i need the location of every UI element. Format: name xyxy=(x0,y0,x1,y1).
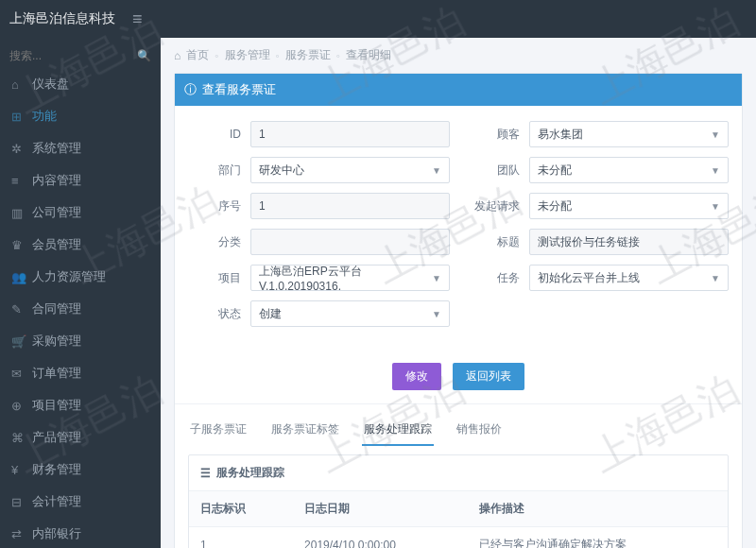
sidebar-item-label: 项目管理 xyxy=(32,397,81,414)
sidebar-item[interactable]: ⇄内部银行 xyxy=(0,518,161,548)
sidebar-item[interactable]: ♛会员管理 xyxy=(0,229,161,261)
select-dept[interactable]: 研发中心▼ xyxy=(250,157,450,183)
main-content: ⌂ 首页 ◦ 服务管理 ◦ 服务票证 ◦ 查看明细 ⓘ 查看服务票证 ID 1 xyxy=(161,38,756,548)
sidebar-item[interactable]: 🛒采购管理 xyxy=(0,325,161,357)
search-icon[interactable]: 🔍 xyxy=(137,49,151,62)
field-id: 1 xyxy=(250,121,450,147)
sidebar-item[interactable]: ✎合同管理 xyxy=(0,293,161,325)
tracking-header: ☰ 服务处理跟踪 xyxy=(189,455,728,491)
nav-icon: 🛒 xyxy=(11,334,25,349)
label-state: 状态 xyxy=(188,306,241,322)
nav-icon: ✲ xyxy=(11,142,25,156)
sidebar-item[interactable]: ≡内容管理 xyxy=(0,164,161,197)
chevron-down-icon: ▼ xyxy=(432,273,441,283)
sidebar-item[interactable]: ⌘产品管理 xyxy=(0,421,161,454)
sidebar-item[interactable]: ¥财务管理 xyxy=(0,454,161,486)
sidebar-item-label: 系统管理 xyxy=(32,140,81,157)
tab-tags[interactable]: 服务票证标签 xyxy=(269,414,341,445)
nav-icon: ⌂ xyxy=(11,77,25,92)
sidebar-item[interactable]: ⊞功能 xyxy=(0,100,161,132)
label-id: ID xyxy=(188,128,241,141)
sidebar-item-label: 内部银行 xyxy=(32,525,81,542)
edit-button[interactable]: 修改 xyxy=(392,363,441,390)
nav-icon: ♛ xyxy=(11,238,25,252)
nav-icon: ¥ xyxy=(11,463,25,477)
tracking-title: 服务处理跟踪 xyxy=(216,465,284,481)
sidebar-item[interactable]: ▥公司管理 xyxy=(0,197,161,229)
hamburger-icon[interactable]: ≡ xyxy=(132,9,143,29)
nav-icon: ✉ xyxy=(11,367,25,381)
sidebar: 🔍 ⌂仪表盘⊞功能✲系统管理≡内容管理▥公司管理♛会员管理👥人力资源管理✎合同管… xyxy=(0,38,161,548)
crumb-0[interactable]: 首页 xyxy=(186,47,209,63)
button-bar: 修改 返回列表 xyxy=(175,355,742,403)
chevron-down-icon: ▼ xyxy=(711,273,720,283)
breadcrumb: ⌂ 首页 ◦ 服务管理 ◦ 服务票证 ◦ 查看明细 xyxy=(161,38,756,73)
label-task: 任务 xyxy=(467,270,520,286)
nav-icon: ✎ xyxy=(11,302,25,317)
view-ticket-panel: ⓘ 查看服务票证 ID 1 顾客 易水集团▼ 部门 xyxy=(174,73,743,548)
search-input[interactable] xyxy=(9,49,123,62)
th-logid: 日志标识 xyxy=(189,491,293,527)
chevron-down-icon: ▼ xyxy=(711,129,720,140)
select-team[interactable]: 未分配▼ xyxy=(529,157,729,183)
sidebar-item[interactable]: ⊟会计管理 xyxy=(0,486,161,518)
label-request: 发起请求 xyxy=(467,198,520,214)
sidebar-item-label: 功能 xyxy=(32,108,57,125)
label-customer: 顾客 xyxy=(467,127,520,143)
sidebar-item[interactable]: ⌂仪表盘 xyxy=(0,68,161,100)
panel-title: 查看服务票证 xyxy=(202,81,276,98)
sidebar-item-label: 订单管理 xyxy=(32,365,81,382)
label-project: 项目 xyxy=(188,270,241,286)
nav-icon: ▥ xyxy=(11,206,25,220)
nav-icon: ≡ xyxy=(11,174,25,188)
table-row[interactable]: 1 2019/4/10 0:00:00 已经与客户沟通确定解决方案 xyxy=(189,527,728,549)
sidebar-item[interactable]: ✉订单管理 xyxy=(0,357,161,389)
sidebar-item[interactable]: ⊕项目管理 xyxy=(0,389,161,421)
sidebar-item[interactable]: ✲系统管理 xyxy=(0,132,161,164)
tab-quote[interactable]: 销售报价 xyxy=(455,414,504,445)
cell-desc: 已经与客户沟通确定解决方案 xyxy=(468,527,728,549)
field-seq: 1 xyxy=(250,193,450,219)
crumb-1[interactable]: 服务管理 xyxy=(225,47,270,63)
select-customer[interactable]: 易水集团▼ xyxy=(529,121,729,147)
chevron-down-icon: ▼ xyxy=(432,165,441,176)
crumb-sep: ◦ xyxy=(336,49,340,62)
nav-icon: ⇄ xyxy=(11,527,25,541)
select-request[interactable]: 未分配▼ xyxy=(529,193,729,219)
nav-icon: ⌘ xyxy=(11,431,25,445)
sidebar-item-label: 产品管理 xyxy=(32,429,81,446)
crumb-sep: ◦ xyxy=(215,49,218,62)
chevron-down-icon: ▼ xyxy=(711,201,720,212)
cell-logdate: 2019/4/10 0:00:00 xyxy=(293,527,468,549)
cell-logid: 1 xyxy=(189,527,293,549)
select-project[interactable]: 上海邑泊ERP云平台 V.1.0.20190316.▼ xyxy=(250,265,450,291)
select-task[interactable]: 初始化云平台并上线▼ xyxy=(529,265,729,291)
sidebar-item-label: 公司管理 xyxy=(32,204,81,221)
sidebar-item-label: 合同管理 xyxy=(32,300,81,317)
nav-icon: ⊞ xyxy=(11,110,25,124)
tab-tracking[interactable]: 服务处理跟踪 xyxy=(362,414,434,445)
brand-title: 上海邑泊信息科技 xyxy=(9,10,115,27)
sidebar-item[interactable]: 👥人力资源管理 xyxy=(0,261,161,293)
sidebar-item-label: 人力资源管理 xyxy=(32,268,106,285)
home-icon[interactable]: ⌂ xyxy=(174,49,180,62)
chevron-down-icon: ▼ xyxy=(711,165,720,176)
label-title: 标题 xyxy=(467,234,520,250)
field-title[interactable]: 测试报价与任务链接 xyxy=(529,229,729,255)
field-category[interactable] xyxy=(250,229,450,255)
label-team: 团队 xyxy=(467,163,520,179)
panel-header: ⓘ 查看服务票证 xyxy=(175,74,742,106)
label-seq: 序号 xyxy=(188,198,241,214)
sidebar-search[interactable]: 🔍 xyxy=(0,43,161,68)
sidebar-item-label: 会计管理 xyxy=(32,493,81,510)
back-list-button[interactable]: 返回列表 xyxy=(453,363,524,390)
nav-icon: 👥 xyxy=(11,270,25,284)
tab-sub-tickets[interactable]: 子服务票证 xyxy=(188,414,249,445)
nav-icon: ⊟ xyxy=(11,495,25,509)
th-logdate: 日志日期 xyxy=(293,491,468,527)
crumb-2[interactable]: 服务票证 xyxy=(285,47,331,63)
sidebar-item-label: 采购管理 xyxy=(32,333,81,350)
crumb-3: 查看明细 xyxy=(346,47,391,63)
sidebar-item-label: 财务管理 xyxy=(32,461,81,478)
select-state[interactable]: 创建▼ xyxy=(250,300,450,327)
